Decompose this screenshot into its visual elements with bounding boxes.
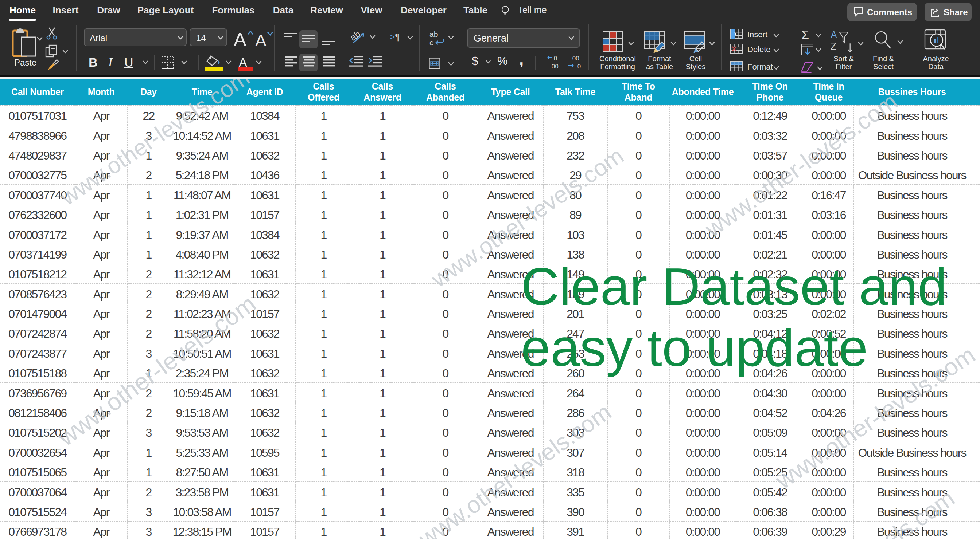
svg-text:A: A [830,30,837,40]
svg-text:c: c [430,38,433,47]
svg-text:.00: .00 [550,63,558,70]
svg-text:ab: ab [430,30,438,38]
svg-text:Z: Z [830,41,836,52]
svg-text:.0: .0 [552,55,557,62]
svg-text:.0: .0 [576,63,581,70]
svg-text:.00: .00 [571,55,579,62]
